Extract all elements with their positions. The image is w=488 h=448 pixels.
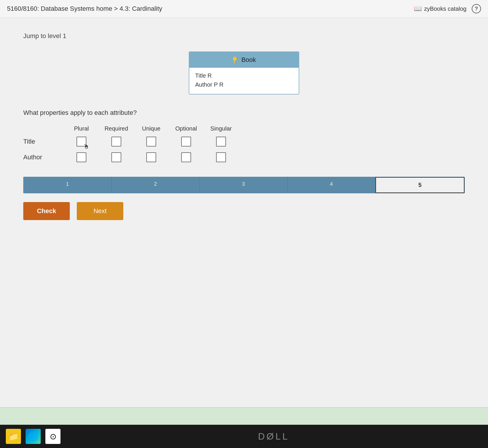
- button-row: Check Next: [23, 202, 465, 220]
- catalog-label: zyBooks catalog: [424, 6, 466, 12]
- progress-segment-2[interactable]: 2: [112, 177, 200, 193]
- dell-logo: DØLL: [65, 431, 482, 442]
- help-button[interactable]: ?: [472, 4, 481, 13]
- next-button[interactable]: Next: [77, 202, 123, 220]
- title-optional-checkbox[interactable]: [181, 137, 191, 147]
- entity-attr-title: Title R: [195, 71, 293, 80]
- bottom-hint-bar: [0, 407, 488, 425]
- author-singular-cell: [204, 152, 238, 162]
- title-singular-cell: [204, 137, 238, 147]
- taskbar-folder-icon[interactable]: 📁: [6, 429, 21, 444]
- folder-emoji: 📁: [8, 432, 19, 441]
- zybooks-catalog-button[interactable]: 📖 zyBooks catalog: [414, 5, 466, 13]
- taskbar-edge-icon[interactable]: 🌐: [26, 429, 41, 444]
- author-required-cell: [99, 152, 134, 162]
- entity-header: 🔑 Book: [189, 52, 299, 68]
- title-required-cell: [99, 137, 134, 147]
- check-button[interactable]: Check: [23, 202, 70, 220]
- breadcrumb: 5160/8160: Database Systems home > 4.3: …: [7, 5, 162, 13]
- header-singular: Singular: [204, 125, 238, 132]
- author-optional-checkbox[interactable]: [181, 152, 191, 162]
- title-label: Title: [23, 138, 64, 145]
- header-required: Required: [99, 125, 134, 132]
- header-bar: 5160/8160: Database Systems home > 4.3: …: [0, 0, 488, 18]
- progress-segment-5[interactable]: 5: [375, 177, 464, 193]
- properties-header-row: Plural Required Unique Optional Singular: [23, 125, 465, 132]
- entity-diagram: 🔑 Book Title R Author P R: [23, 51, 465, 94]
- chrome-emoji: ⊙: [50, 432, 56, 441]
- header-optional: Optional: [169, 125, 204, 132]
- title-optional-cell: [169, 137, 204, 147]
- title-singular-checkbox[interactable]: [216, 137, 226, 147]
- main-content: Jump to level 1 🔑 Book Title R Author P …: [0, 18, 488, 407]
- title-plural-checkbox[interactable]: 🖱: [76, 137, 86, 147]
- author-label: Author: [23, 154, 64, 161]
- catalog-icon: 📖: [414, 5, 422, 13]
- header-plural: Plural: [64, 125, 99, 132]
- author-unique-cell: [134, 152, 169, 162]
- progress-segment-1[interactable]: 1: [24, 177, 112, 193]
- header-right: 📖 zyBooks catalog ?: [414, 4, 481, 13]
- entity-attr-author: Author P R: [195, 80, 293, 89]
- author-optional-cell: [169, 152, 204, 162]
- author-singular-checkbox[interactable]: [216, 152, 226, 162]
- author-row: Author: [23, 152, 465, 162]
- entity-box: 🔑 Book Title R Author P R: [189, 51, 299, 94]
- progress-segment-3[interactable]: 3: [200, 177, 288, 193]
- question-text: What properties apply to each attribute?: [23, 109, 465, 117]
- author-required-checkbox[interactable]: [111, 152, 121, 162]
- taskbar: 📁 🌐 ⊙ DØLL: [0, 425, 488, 448]
- progress-bar: 1 2 3 4 5: [23, 177, 465, 193]
- edge-emoji: 🌐: [28, 432, 38, 441]
- header-unique: Unique: [134, 125, 169, 132]
- properties-table: Plural Required Unique Optional Singular…: [23, 125, 465, 162]
- title-required-checkbox[interactable]: [111, 137, 121, 147]
- title-unique-cell: [134, 137, 169, 147]
- entity-body: Title R Author P R: [189, 68, 299, 94]
- help-label: ?: [475, 6, 478, 12]
- cursor-icon: 🖱: [83, 143, 89, 150]
- taskbar-chrome-icon[interactable]: ⊙: [45, 429, 60, 444]
- title-plural-cell: 🖱: [64, 137, 99, 147]
- entity-name: Book: [241, 56, 256, 64]
- title-unique-checkbox[interactable]: [146, 137, 156, 147]
- jump-to-level: Jump to level 1: [23, 32, 465, 40]
- author-unique-checkbox[interactable]: [146, 152, 156, 162]
- title-row: Title 🖱: [23, 137, 465, 147]
- author-plural-cell: [64, 152, 99, 162]
- key-icon: 🔑: [231, 55, 240, 64]
- author-plural-checkbox[interactable]: [76, 152, 86, 162]
- progress-segment-4[interactable]: 4: [288, 177, 376, 193]
